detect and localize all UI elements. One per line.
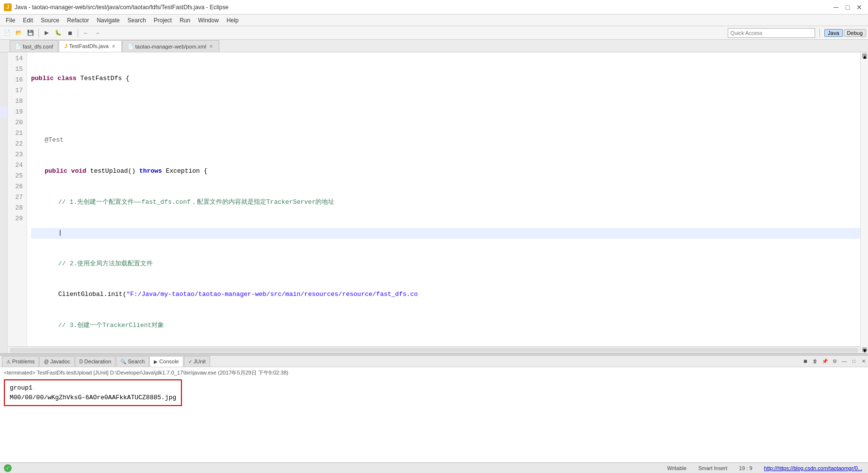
toolbar-sep-1: [38, 29, 39, 37]
maximize-button[interactable]: □: [843, 2, 852, 12]
code-line-21: ClientGlobal.init("F:/Java/my-taotao/tao…: [31, 290, 860, 300]
menu-help[interactable]: Help: [223, 15, 243, 26]
toolbar-sep-2: [78, 29, 78, 37]
line-num-20: 20: [8, 117, 25, 128]
breakpoint-area-17[interactable]: [0, 85, 7, 96]
output-line-2: M00/00/00/wKgZhVksG-6AOre0AAFkkATUCZ8885…: [10, 393, 176, 403]
bottom-tab-bar: ⚠ Problems @ Javadoc D Declaration 🔍 Sea…: [0, 356, 868, 367]
output-line-1: group1: [10, 383, 176, 393]
editor-h-scrollbar[interactable]: [8, 346, 860, 353]
menu-search[interactable]: Search: [124, 15, 150, 26]
debug-button[interactable]: 🐛: [53, 28, 64, 38]
tab-label-test: TestFastDfs.java: [69, 43, 109, 49]
tab-junit[interactable]: ✓ JUnit: [184, 356, 210, 367]
line-num-21: 21: [8, 128, 25, 139]
stop-button[interactable]: ⏹: [65, 28, 75, 38]
tab-label-pom: taotao-manager-web/pom.xml: [135, 44, 206, 49]
line-num-23: 23: [8, 149, 25, 160]
code-lines[interactable]: public class TestFastDfs { @Test public …: [27, 52, 860, 346]
console-icon: ▶: [154, 359, 158, 364]
panel-settings-btn[interactable]: ⚙: [830, 357, 839, 366]
menu-edit[interactable]: Edit: [19, 15, 37, 26]
panel-pin-btn[interactable]: 📌: [820, 357, 829, 366]
scroll-track[interactable]: [10, 348, 858, 353]
javadoc-icon: @: [44, 359, 49, 364]
prev-button[interactable]: ←: [81, 28, 91, 38]
menu-refactor[interactable]: Refactor: [63, 15, 93, 26]
code-editor[interactable]: 14 15 16 17 18 19 20 21 22 23 24 25 26 2…: [8, 52, 860, 353]
breakpoint-area-18[interactable]: [0, 96, 7, 107]
console-content: <terminated> TestFastDfs.testUpload [JUn…: [0, 367, 868, 462]
status-right: Writable Smart Insert 19 : 9 http://http…: [665, 465, 864, 471]
menu-navigate[interactable]: Navigate: [93, 15, 123, 26]
app-icon: J: [4, 3, 12, 11]
tab-console-label: Console: [159, 359, 179, 364]
scroll-up-btn[interactable]: ▲: [862, 53, 867, 58]
menu-run[interactable]: Run: [176, 15, 194, 26]
line-num-26: 26: [8, 181, 25, 192]
menu-file[interactable]: File: [2, 15, 19, 26]
tab-icon-pom: 📄: [128, 44, 133, 49]
line-num-19: 19: [8, 107, 25, 117]
tab-problems-label: Problems: [12, 359, 34, 364]
tab-junit-label: JUnit: [194, 359, 206, 364]
panel-close-btn[interactable]: ✕: [859, 357, 868, 366]
title-bar: J Java - taotao-manager-web/src/test/jav…: [0, 0, 868, 15]
code-line-22: // 3.创建一个TrackerClient对象: [31, 320, 860, 331]
line-num-29: 29: [8, 213, 25, 224]
line-num-17: 17: [8, 85, 25, 96]
minimize-button[interactable]: ─: [831, 2, 841, 12]
window-controls: ─ □ ✕: [831, 2, 864, 12]
code-content: 14 15 16 17 18 19 20 21 22 23 24 25 26 2…: [8, 52, 860, 346]
tab-problems[interactable]: ⚠ Problems: [2, 356, 39, 367]
status-url: http://https://blog.csdn.com/taotaomgr/0…: [762, 465, 864, 471]
breakpoint-area-19[interactable]: [0, 107, 7, 117]
java-perspective-btn[interactable]: Java: [824, 29, 842, 37]
line-num-24: 24: [8, 160, 25, 171]
tab-test-fast-dfs[interactable]: J TestFastDfs.java ✕: [59, 40, 121, 52]
panel-stop-btn[interactable]: ⏹: [801, 357, 810, 366]
quick-access-input[interactable]: [728, 28, 815, 38]
breakpoint-area-16[interactable]: [0, 75, 7, 85]
tab-pom-xml[interactable]: 📄 taotao-manager-web/pom.xml ✕: [122, 40, 219, 52]
line-num-14: 14: [8, 53, 25, 64]
panel-min-btn[interactable]: —: [840, 357, 849, 366]
menu-project[interactable]: Project: [150, 15, 176, 26]
status-smart-insert: Smart Insert: [696, 465, 729, 471]
line-numbers: 14 15 16 17 18 19 20 21 22 23 24 25 26 2…: [8, 52, 27, 346]
tab-search[interactable]: 🔍 Search: [116, 356, 149, 367]
editor-v-scrollbar[interactable]: ▲ ▼: [860, 52, 868, 353]
close-button[interactable]: ✕: [854, 2, 864, 12]
breakpoint-area-14[interactable]: [0, 53, 7, 64]
panel-clear-btn[interactable]: 🗑: [811, 357, 819, 366]
toolbar: 📄 📂 💾 ▶ 🐛 ⏹ ← → Java Debug: [0, 26, 868, 40]
menu-source[interactable]: Source: [37, 15, 63, 26]
tab-console[interactable]: ▶ Console: [149, 356, 183, 367]
status-indicator: ✓: [4, 464, 12, 472]
open-button[interactable]: 📂: [14, 28, 24, 38]
save-button[interactable]: 💾: [25, 28, 36, 38]
bottom-panel: ⚠ Problems @ Javadoc D Declaration 🔍 Sea…: [0, 356, 868, 462]
next-button[interactable]: →: [92, 28, 103, 38]
line-num-28: 28: [8, 203, 25, 213]
status-writable: Writable: [665, 465, 688, 471]
panel-toolbar: ⏹ 🗑 📌 ⚙ — □ ✕: [801, 357, 868, 366]
breakpoint-area-15[interactable]: [0, 64, 7, 75]
code-line-20: // 2.使用全局方法加载配置文件: [31, 259, 860, 269]
editor-area: 14 15 16 17 18 19 20 21 22 23 24 25 26 2…: [0, 52, 868, 353]
run-button[interactable]: ▶: [41, 28, 52, 38]
status-left: ✓: [4, 464, 665, 472]
tab-declaration[interactable]: D Declaration: [75, 356, 116, 367]
tab-fast-dfs-conf[interactable]: 📄 fast_dfs.conf: [10, 40, 58, 52]
code-line-15: [31, 104, 860, 115]
menu-window[interactable]: Window: [194, 15, 223, 26]
tab-javadoc[interactable]: @ Javadoc: [39, 356, 74, 367]
panel-max-btn[interactable]: □: [850, 357, 858, 366]
problems-icon: ⚠: [6, 359, 11, 364]
status-bar: ✓ Writable Smart Insert 19 : 9 http://ht…: [0, 462, 868, 473]
new-button[interactable]: 📄: [2, 28, 13, 38]
tab-close-pom[interactable]: ✕: [208, 44, 214, 49]
scroll-down-btn[interactable]: ▼: [862, 347, 867, 352]
tab-close-test[interactable]: ✕: [111, 44, 116, 49]
debug-perspective-btn[interactable]: Debug: [844, 29, 866, 37]
